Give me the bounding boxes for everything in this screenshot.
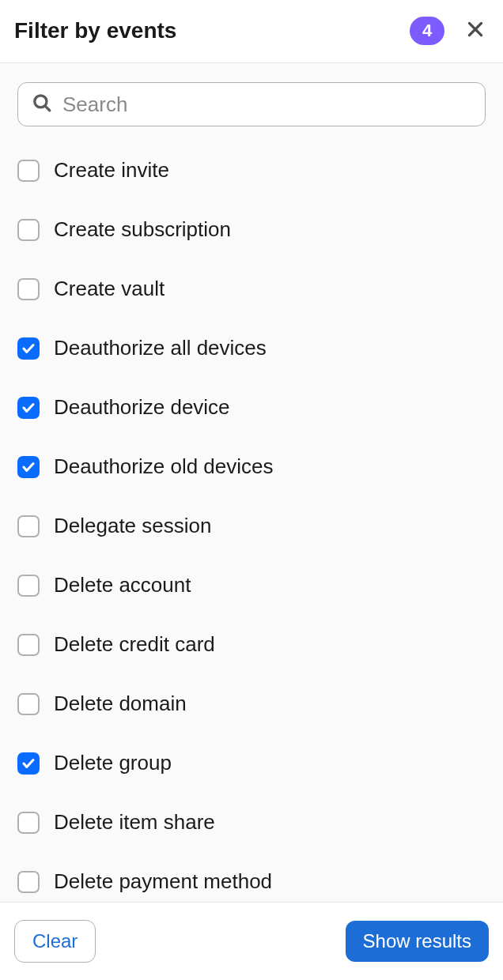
event-label: Delete credit card	[54, 632, 215, 657]
event-label: Delete group	[54, 751, 172, 775]
event-item[interactable]: Delete credit card	[17, 632, 486, 657]
event-item[interactable]: Delete group	[17, 751, 486, 775]
event-item[interactable]: Delete item share	[17, 810, 486, 835]
event-label: Delete payment method	[54, 869, 272, 894]
search-input[interactable]	[17, 82, 486, 126]
event-label: Deauthorize all devices	[54, 336, 267, 360]
event-checkbox[interactable]	[17, 812, 40, 834]
page-title: Filter by events	[14, 18, 176, 43]
event-label: Create vault	[54, 277, 165, 301]
filter-count-badge: 4	[410, 17, 444, 45]
close-button[interactable]	[462, 16, 489, 45]
event-item[interactable]: Create invite	[17, 158, 486, 183]
event-checkbox[interactable]	[17, 693, 40, 715]
event-checkbox[interactable]	[17, 160, 40, 182]
event-checkbox[interactable]	[17, 634, 40, 656]
header-actions: 4	[410, 16, 489, 45]
event-checkbox[interactable]	[17, 515, 40, 537]
event-item[interactable]: Delete account	[17, 573, 486, 597]
event-item[interactable]: Delete payment method	[17, 869, 486, 894]
search-field-wrapper	[17, 82, 486, 126]
event-checkbox[interactable]	[17, 278, 40, 300]
event-label: Create subscription	[54, 217, 231, 242]
event-label: Create invite	[54, 158, 169, 183]
event-label: Delete item share	[54, 810, 215, 835]
event-item[interactable]: Delegate session	[17, 514, 486, 538]
event-checkbox[interactable]	[17, 456, 40, 478]
event-checkbox[interactable]	[17, 397, 40, 419]
event-label: Delete domain	[54, 692, 187, 716]
content-area: Create inviteCreate subscriptionCreate v…	[0, 62, 503, 902]
event-item[interactable]: Delete domain	[17, 692, 486, 716]
event-checkbox[interactable]	[17, 219, 40, 241]
event-label: Delegate session	[54, 514, 211, 538]
event-item[interactable]: Deauthorize all devices	[17, 336, 486, 360]
clear-button[interactable]: Clear	[14, 920, 96, 963]
event-checkbox[interactable]	[17, 575, 40, 597]
footer: Clear Show results	[0, 902, 503, 980]
event-item[interactable]: Deauthorize device	[17, 395, 486, 420]
event-checkbox[interactable]	[17, 752, 40, 775]
event-item[interactable]: Deauthorize old devices	[17, 454, 486, 479]
event-label: Deauthorize device	[54, 395, 230, 420]
event-label: Delete account	[54, 573, 191, 597]
event-label: Deauthorize old devices	[54, 454, 274, 479]
event-item[interactable]: Create subscription	[17, 217, 486, 242]
event-checkbox[interactable]	[17, 871, 40, 893]
show-results-button[interactable]: Show results	[346, 921, 489, 962]
event-item[interactable]: Create vault	[17, 277, 486, 301]
event-list: Create inviteCreate subscriptionCreate v…	[17, 158, 486, 902]
close-icon	[465, 19, 486, 42]
header: Filter by events 4	[0, 0, 503, 62]
event-checkbox[interactable]	[17, 337, 40, 360]
